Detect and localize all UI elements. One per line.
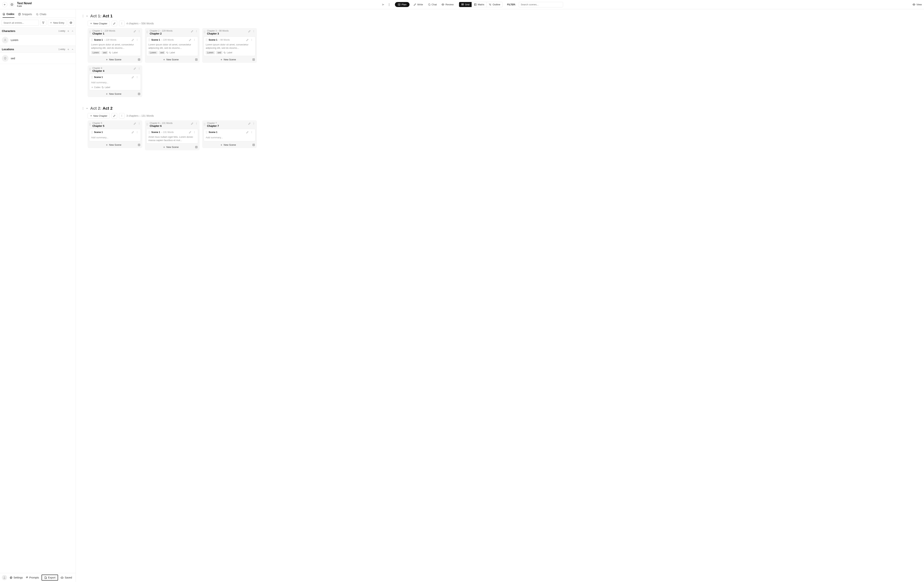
new-scene-button[interactable]: New Scene [163,58,178,61]
view-grid[interactable]: Grid [459,2,472,7]
footer-settings[interactable]: Settings [10,576,23,579]
add-label-tag[interactable]: Label [166,51,175,54]
import-scene-button[interactable] [138,143,140,146]
codex-chip[interactable]: sed [159,51,165,54]
drag-handle[interactable] [206,131,208,133]
sidebar-tab-snippets[interactable]: Snippets [18,11,32,18]
chapter-edit-button[interactable] [248,30,251,33]
footer-prompts[interactable]: Prompts [25,576,39,579]
location-entry[interactable]: sed [0,53,76,64]
view-matrix[interactable]: Matrix [472,2,487,7]
import-scene-button[interactable] [252,143,255,146]
scene-edit-button[interactable] [188,131,191,134]
act-more-button[interactable] [119,113,125,118]
drag-handle[interactable] [91,76,93,79]
new-scene-button[interactable]: New Scene [163,146,178,148]
chapter-more-button[interactable] [195,122,198,125]
codex-chip[interactable]: sed [216,51,223,54]
add-label-tag[interactable]: Label [224,51,232,54]
drag-handle[interactable] [146,123,148,125]
scene-summary[interactable]: Amet risus nullam eget felis. Lorem done… [148,135,196,142]
drag-handle[interactable] [204,123,206,125]
filter-entries-button[interactable] [40,20,46,26]
scene-summary[interactable]: Lorem ipsum dolor sit amet, consectetur … [91,43,139,49]
drag-handle[interactable] [148,39,150,41]
scene-summary-placeholder[interactable]: Add summary... [91,80,139,85]
collapse-characters-button[interactable] [71,30,74,32]
tab-chat[interactable]: Chat [427,2,437,7]
drag-handle[interactable] [89,68,91,71]
scene-edit-button[interactable] [131,38,134,41]
sidebar-tab-codex[interactable]: Codex [3,11,15,18]
character-entry[interactable]: Lorem [0,35,76,46]
edit-act-button[interactable] [112,113,117,118]
drag-handle[interactable] [89,31,91,33]
codex-chip[interactable]: sed [101,51,108,54]
chapter-edit-button[interactable] [133,67,136,70]
act-more-button[interactable] [119,21,125,26]
settings-gear-button[interactable] [9,2,15,7]
search-entries-input[interactable] [2,20,39,26]
new-scene-button[interactable]: New Scene [220,143,236,146]
drag-handle[interactable] [146,31,148,33]
scene-more-button[interactable] [193,130,196,134]
import-scene-button[interactable] [195,146,198,148]
add-label-tag[interactable]: Label [109,51,117,54]
new-scene-button[interactable]: New Scene [220,58,236,61]
chapter-more-button[interactable] [137,30,141,33]
add-codex-tag[interactable]: Codex [91,86,101,89]
scene-summary-placeholder[interactable]: Add summary... [206,135,253,140]
drag-handle[interactable] [82,107,84,110]
drag-handle[interactable] [82,15,84,17]
footer-saved[interactable]: Saved [61,576,72,579]
chapter-more-button[interactable] [195,30,198,33]
divider-handle[interactable] [387,2,391,7]
entry-settings-button[interactable] [68,20,74,26]
scene-more-button[interactable] [135,76,139,79]
collapse-act-button[interactable] [86,15,88,17]
scene-edit-button[interactable] [131,131,134,134]
sidebar-tab-chats[interactable]: Chats [36,11,46,18]
scene-more-button[interactable] [135,38,139,41]
chapter-edit-button[interactable] [133,122,136,125]
view-options-button[interactable]: View [912,3,922,6]
user-avatar[interactable] [2,575,7,580]
drag-handle[interactable] [204,31,206,33]
add-label-tag[interactable]: Label [102,86,110,89]
chapter-more-button[interactable] [137,122,141,125]
scene-edit-button[interactable] [188,38,191,41]
section-characters-header[interactable]: Characters 1 entry [0,28,76,35]
drag-handle[interactable] [91,131,93,133]
drag-handle[interactable] [148,131,150,133]
scene-more-button[interactable] [250,38,253,41]
scene-more-button[interactable] [135,130,139,134]
import-scene-button[interactable] [252,58,255,61]
tab-plan[interactable]: Plan [395,2,409,7]
chapter-edit-button[interactable] [191,30,194,33]
chapter-edit-button[interactable] [191,122,194,125]
chapter-more-button[interactable] [252,30,256,33]
view-outline[interactable]: Outline [487,2,502,7]
drag-handle[interactable] [89,123,91,125]
drag-handle[interactable] [91,39,93,41]
footer-export[interactable]: Export [41,575,58,580]
codex-chip[interactable]: Lorem [148,51,158,54]
scene-summary[interactable]: Lorem ipsum dolor sit amet, consectetur … [148,43,196,49]
new-chapter-button[interactable]: New Chapter [87,113,110,118]
scene-edit-button[interactable] [246,131,249,134]
collapse-locations-button[interactable] [71,48,74,51]
chapter-more-button[interactable] [252,122,256,125]
scene-edit-button[interactable] [246,38,249,41]
codex-chip[interactable]: Lorem [91,51,101,54]
tab-write[interactable]: Write [413,2,424,7]
chapter-edit-button[interactable] [248,122,251,125]
collapse-act-button[interactable] [86,107,88,110]
new-chapter-button[interactable]: New Chapter [87,21,110,26]
tab-review[interactable]: Review [441,2,454,7]
add-character-button[interactable] [67,30,69,32]
import-scene-button[interactable] [195,58,198,61]
add-location-button[interactable] [67,48,69,51]
scene-summary[interactable]: Lorem ipsum dolor sit amet, consectetur … [206,43,253,49]
drag-handle[interactable] [206,39,208,41]
chapter-edit-button[interactable] [133,30,136,33]
